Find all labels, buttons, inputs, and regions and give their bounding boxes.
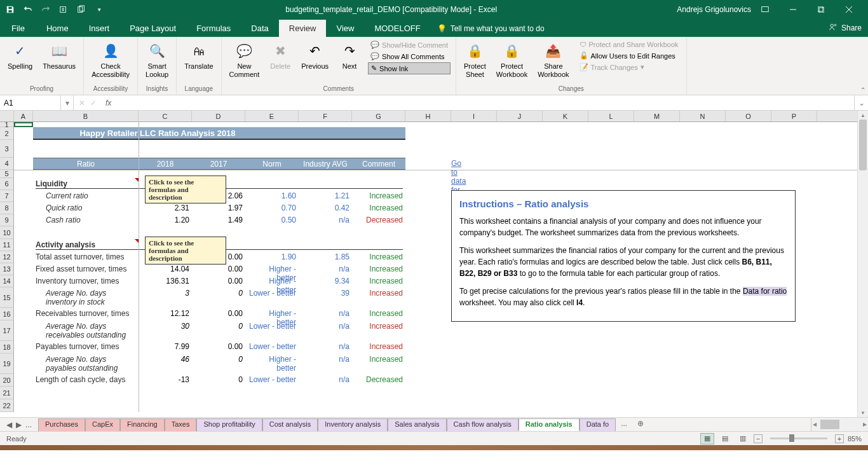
sheet-tab-cost[interactable]: Cost analysis <box>262 418 318 431</box>
tab-data[interactable]: Data <box>241 20 278 37</box>
val-norm[interactable]: Lower - better <box>245 374 299 385</box>
val-2018[interactable]: 7.99 <box>139 341 192 352</box>
ratio-label[interactable]: Total asset turnover, times <box>33 251 139 263</box>
val-comment[interactable]: Increased <box>352 354 405 374</box>
val-comment[interactable]: Decreased <box>352 214 405 226</box>
row-header-1[interactable]: 1 <box>0 122 14 127</box>
protect-share-wb-button[interactable]: 🛡Protect and Share Workbook <box>577 39 681 50</box>
val-2018[interactable]: -13 <box>139 374 192 385</box>
val-comment[interactable]: Increased <box>352 251 405 263</box>
share-workbook-button[interactable]: 📤Share Workbook <box>535 39 571 80</box>
val-comment[interactable]: Increased <box>352 202 405 214</box>
col-header-A[interactable]: A <box>14 111 33 121</box>
sheet-tab-sales[interactable]: Sales analysis <box>388 418 446 431</box>
val-avg[interactable]: n/a <box>299 341 352 352</box>
tab-scroll-right-icon[interactable]: ▶ <box>16 420 22 429</box>
val-2018[interactable]: 30 <box>139 320 192 341</box>
sheet-tab-cashflow[interactable]: Cash flow analysis <box>447 418 519 431</box>
col-header-P[interactable]: P <box>771 111 817 121</box>
tab-view[interactable]: View <box>326 20 364 37</box>
row-header-6[interactable]: 6 <box>0 178 14 190</box>
normal-view-icon[interactable]: ▦ <box>700 433 714 444</box>
tab-scroll-left-icon[interactable]: ◀ <box>6 420 12 429</box>
val-comment[interactable]: Increased <box>352 320 405 341</box>
sheet-tab-ratio[interactable]: Ratio analysis <box>519 418 580 431</box>
val-norm[interactable]: Lower - better <box>245 341 299 352</box>
scroll-down-icon[interactable]: ▼ <box>858 408 868 417</box>
qat-customize-icon[interactable]: ▾ <box>93 3 105 16</box>
val-norm[interactable]: 1.90 <box>245 251 299 263</box>
tab-insert[interactable]: Insert <box>79 20 120 37</box>
val-norm[interactable]: Lower - better <box>245 320 299 341</box>
val-2017[interactable]: 0 <box>192 354 245 374</box>
col-header-L[interactable]: L <box>588 111 634 121</box>
previous-comment-button[interactable]: ↶Previous <box>299 39 331 72</box>
val-avg[interactable]: n/a <box>299 374 352 385</box>
smart-lookup-button[interactable]: 🔍Smart Lookup <box>143 39 171 80</box>
row-header-5[interactable]: 5 <box>0 170 14 178</box>
row-header-10[interactable]: 10 <box>0 226 14 239</box>
tab-home[interactable]: Home <box>36 20 79 37</box>
tab-file[interactable]: File <box>0 20 36 37</box>
last-tabs-ellipsis[interactable]: ... <box>616 418 632 431</box>
user-name[interactable]: Andrejs Grigolunovics <box>677 5 751 14</box>
col-header-H[interactable]: H <box>405 111 451 121</box>
val-avg[interactable]: 1.21 <box>299 190 352 202</box>
undo-icon[interactable] <box>22 3 34 16</box>
row-header-21[interactable]: 21 <box>0 387 14 399</box>
ratio-label[interactable]: Quick ratio <box>33 202 139 214</box>
name-box[interactable]: A1 <box>0 95 61 110</box>
val-norm[interactable]: 0.50 <box>245 214 299 226</box>
redo-icon[interactable] <box>39 3 52 16</box>
sheet-tab-shop[interactable]: Shop profitability <box>196 418 262 431</box>
allow-edit-ranges-button[interactable]: 🔓Allow Users to Edit Ranges <box>577 50 681 61</box>
val-2017[interactable]: 1.97 <box>192 202 245 214</box>
row-header-22[interactable]: 22 <box>0 399 14 412</box>
minimize-button[interactable] <box>779 0 807 19</box>
ribbon-display-icon[interactable] <box>759 3 771 16</box>
tell-me[interactable]: 💡 Tell me what you want to do <box>431 20 551 37</box>
val-avg[interactable]: n/a <box>299 320 352 341</box>
page-break-view-icon[interactable]: ▥ <box>736 433 750 444</box>
row-header-3[interactable]: 3 <box>0 140 14 158</box>
val-norm[interactable]: 0.70 <box>245 202 299 214</box>
ribbon-collapse-icon[interactable]: ⌃ <box>860 86 865 93</box>
name-box-dropdown[interactable]: ▾ <box>61 95 74 110</box>
delete-comment-button[interactable]: ✖Delete <box>267 39 294 72</box>
val-comment[interactable]: Increased <box>352 341 405 352</box>
row-header-17[interactable]: 17 <box>0 320 14 341</box>
first-tabs-ellipsis[interactable]: ... <box>25 420 32 429</box>
row-header-11[interactable]: 11 <box>0 239 14 251</box>
ratio-label[interactable]: Average No. days payables outstanding <box>33 354 139 374</box>
row-header-4[interactable]: 4 <box>0 158 14 170</box>
maximize-button[interactable] <box>807 0 835 19</box>
col-header-M[interactable]: M <box>634 111 680 121</box>
scroll-thumb[interactable] <box>859 120 867 170</box>
col-header-J[interactable]: J <box>497 111 543 121</box>
row-header-19[interactable]: 19 <box>0 354 14 374</box>
val-2018[interactable]: 46 <box>139 354 192 374</box>
sheet-tab-inventory[interactable]: Inventory analysis <box>318 418 388 431</box>
row-header-20[interactable]: 20 <box>0 374 14 387</box>
row-header-7[interactable]: 7 <box>0 190 14 202</box>
val-2018[interactable]: 2.31 <box>139 202 192 214</box>
ratio-label[interactable]: Average No. days inventory in stock <box>33 287 139 308</box>
val-2017[interactable]: 0 <box>192 320 245 341</box>
val-comment[interactable]: Increased <box>352 287 405 308</box>
col-header-N[interactable]: N <box>680 111 726 121</box>
val-avg[interactable]: 0.42 <box>299 202 352 214</box>
val-avg[interactable]: 39 <box>299 287 352 308</box>
sheet-tab-datafor[interactable]: Data fo <box>580 418 616 431</box>
track-changes-button[interactable]: 📝Track Changes ▾ <box>577 62 681 72</box>
row-header-16[interactable]: 16 <box>0 308 14 320</box>
thesaurus-button[interactable]: 📖Thesaurus <box>40 39 78 72</box>
formula-expand-icon[interactable]: ⌄ <box>854 95 868 110</box>
sheet-tab-financing[interactable]: Financing <box>120 418 165 431</box>
qat-icon-2[interactable] <box>75 3 88 16</box>
tab-modeloff[interactable]: MODELOFF <box>364 20 430 37</box>
scroll-up-icon[interactable]: ▲ <box>858 111 868 120</box>
col-header-F[interactable]: F <box>299 111 352 121</box>
next-comment-button[interactable]: ↷Next <box>336 39 363 72</box>
val-2017[interactable]: 0 <box>192 287 245 308</box>
spelling-button[interactable]: ✓Spelling <box>5 39 35 72</box>
